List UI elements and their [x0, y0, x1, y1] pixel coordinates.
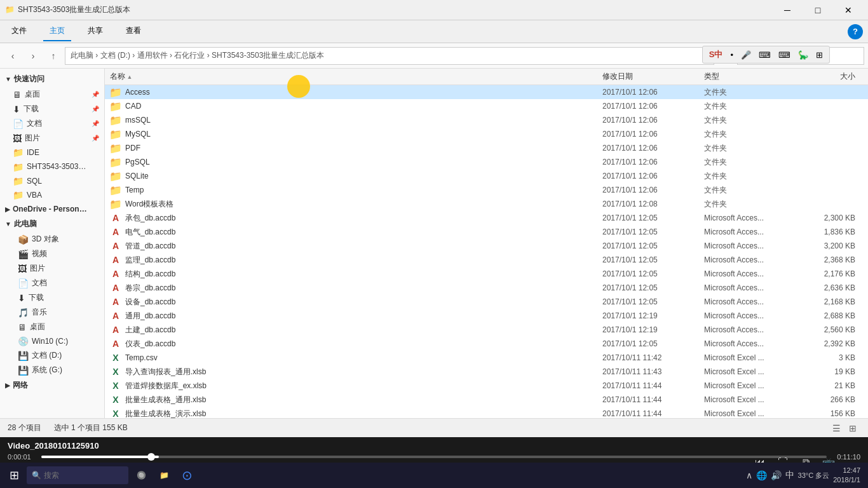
folder-icon: 📁 — [109, 86, 122, 98]
table-row[interactable]: X 批量生成表格_通用.xlsb 2017/10/11 11:44 Micros… — [105, 393, 868, 407]
table-row[interactable]: A 通用_db.accdb 2017/10/1 12:19 Microsoft … — [105, 309, 868, 323]
taskbar-search-box[interactable]: 🔍 — [27, 466, 128, 484]
weather-tray[interactable]: 33°C 多云 — [798, 471, 830, 480]
table-row[interactable]: A 承包_db.accdb 2017/10/1 12:05 Microsoft … — [105, 211, 868, 225]
network-tray-icon[interactable]: 🌐 — [756, 470, 767, 480]
ime-mic-btn[interactable]: 🎤 — [738, 49, 754, 61]
ime-tray-icon[interactable]: 中 — [785, 470, 794, 481]
ime-toolbar: S中 • 🎤 ⌨ ⌨ 🦕 ⊞ — [702, 46, 830, 64]
ribbon-tab-view[interactable]: 查看 — [119, 22, 147, 41]
ribbon-tab-file[interactable]: 文件 — [5, 22, 33, 41]
sidebar-drive-c[interactable]: 💿 Win10 (C:) — [0, 334, 104, 348]
sidebar-item-sht[interactable]: 📁 SHT3543-3503批... — [0, 159, 104, 174]
table-row[interactable]: A 仪表_db.accdb 2017/10/1 12:05 Microsoft … — [105, 337, 868, 351]
ime-dot-btn[interactable]: • — [728, 49, 736, 61]
file-size: 19 KB — [806, 367, 863, 376]
up-button[interactable]: ↑ — [44, 47, 62, 65]
progress-track[interactable] — [41, 456, 827, 458]
speaker-tray-icon[interactable]: 🔊 — [771, 470, 782, 480]
file-size: 2,688 KB — [806, 311, 863, 320]
table-row[interactable]: 📁 MySQL 2017/10/1 12:06 文件夹 — [105, 127, 868, 141]
table-row[interactable]: 📁 Temp 2017/10/1 12:06 文件夹 — [105, 183, 868, 197]
sidebar-drive-g[interactable]: 💾 系统 (G:) — [0, 363, 104, 377]
sidebar-item-sql[interactable]: 📁 SQL — [0, 174, 104, 188]
col-type-header[interactable]: 类型 — [704, 71, 806, 82]
sidebar-item-music[interactable]: 🎵 音乐 — [0, 305, 104, 320]
address-path[interactable]: 此电脑 › 文档 (D:) › 通用软件 › 石化行业 › SHT3543-35… — [65, 47, 714, 65]
table-row[interactable]: 📁 Access 2017/10/1 12:06 文件夹 — [105, 85, 868, 99]
sidebar-item-dl[interactable]: ⬇ 下载 — [0, 290, 104, 305]
sidebar-drive-d[interactable]: 💾 文档 (D:) — [0, 348, 104, 363]
onedrive-header[interactable]: ▶ OneDrive - Persona... — [0, 202, 104, 216]
file-type: 文件夹 — [704, 115, 806, 126]
sidebar-item-pictures[interactable]: 🖼 图片 📌 — [0, 131, 104, 146]
sidebar-item-pics[interactable]: 🖼 图片 — [0, 261, 104, 276]
ribbon-tab-home[interactable]: 主页 — [43, 22, 71, 41]
table-row[interactable]: A 电气_db.accdb 2017/10/1 12:05 Microsoft … — [105, 225, 868, 239]
ime-lang-btn[interactable]: S中 — [707, 48, 726, 62]
item-count: 28 个项目 — [8, 423, 41, 433]
col-size-header[interactable]: 大小 — [806, 71, 863, 82]
expand-tray-icon[interactable]: ∧ — [746, 470, 752, 480]
table-row[interactable]: A 管道_db.accdb 2017/10/1 12:05 Microsoft … — [105, 239, 868, 253]
file-name: PDF — [125, 144, 602, 152]
table-row[interactable]: A 监理_db.accdb 2017/10/1 12:05 Microsoft … — [105, 253, 868, 267]
col-date-header[interactable]: 修改日期 — [602, 71, 704, 82]
access-icon: A — [112, 255, 119, 265]
sidebar-item-ide[interactable]: 📁 IDE — [0, 146, 104, 159]
sidebar-item-vba[interactable]: 📁 VBA — [0, 188, 104, 202]
table-row[interactable]: A 结构_db.accdb 2017/10/1 12:05 Microsoft … — [105, 267, 868, 281]
ime-input-btn[interactable]: ⌨ — [776, 49, 793, 61]
col-name-header[interactable]: 名称 — [110, 71, 602, 82]
taskbar-tray: ∧ 🌐 🔊 中 33°C 多云 12:47 2018/1/1 — [742, 466, 864, 485]
table-row[interactable]: A 土建_db.accdb 2017/10/1 12:19 Microsoft … — [105, 323, 868, 337]
table-row[interactable]: 📁 CAD 2017/10/1 12:06 文件夹 — [105, 99, 868, 113]
table-row[interactable]: A 设备_db.accdb 2017/10/1 12:05 Microsoft … — [105, 295, 868, 309]
table-row[interactable]: X 批量生成表格_演示.xlsb 2017/10/11 11:44 Micros… — [105, 407, 868, 418]
clock-date: 2018/1/1 — [833, 475, 860, 485]
table-row[interactable]: 📁 PgSQL 2017/10/1 12:06 文件夹 — [105, 155, 868, 169]
grid-view-button[interactable]: ⊞ — [845, 421, 860, 436]
thispc-header[interactable]: ▼ 此电脑 — [0, 216, 104, 232]
taskbar-search-input[interactable] — [44, 471, 107, 480]
table-row[interactable]: 📁 SQLite 2017/10/1 12:06 文件夹 — [105, 169, 868, 183]
sidebar-item-docs[interactable]: 📄 文档 📌 — [0, 116, 104, 131]
list-view-button[interactable]: ☰ — [829, 421, 844, 436]
forward-button[interactable]: › — [24, 47, 42, 65]
table-row[interactable]: 📁 msSQL 2017/10/1 12:06 文件夹 — [105, 113, 868, 127]
sidebar-item-video[interactable]: 🎬 视频 — [0, 247, 104, 261]
help-button[interactable]: ? — [848, 24, 863, 39]
table-row[interactable]: X Temp.csv 2017/10/11 11:42 Microsoft Ex… — [105, 351, 868, 365]
progress-fill — [41, 456, 159, 458]
tray-clock[interactable]: 12:47 2018/1/1 — [833, 466, 860, 485]
table-row[interactable]: X 导入查询报表_通用.xlsb 2017/10/11 11:43 Micros… — [105, 365, 868, 379]
sidebar-item-desk[interactable]: 🖥 桌面 — [0, 320, 104, 334]
table-row[interactable]: 📁 Word模板表格 2017/10/1 12:08 文件夹 — [105, 197, 868, 211]
network-header[interactable]: ▶ 网络 — [0, 377, 104, 393]
file-name: 承包_db.accdb — [125, 213, 602, 224]
folder-icon: 📁 — [109, 156, 122, 168]
ime-emoji-btn[interactable]: 🦕 — [796, 49, 811, 61]
table-row[interactable]: 📁 PDF 2017/10/1 12:06 文件夹 — [105, 141, 868, 155]
sidebar-item-documents[interactable]: 📄 文档 — [0, 276, 104, 290]
access-icon: A — [112, 297, 119, 307]
minimize-button[interactable]: ─ — [773, 0, 802, 20]
taskbar-explorer[interactable]: 📁 — [154, 465, 174, 485]
sidebar-item-desktop[interactable]: 🖥 桌面 📌 — [0, 87, 104, 102]
sidebar-item-3d[interactable]: 📦 3D 对象 — [0, 232, 104, 247]
back-button[interactable]: ‹ — [4, 47, 22, 65]
table-row[interactable]: A 卷宗_db.accdb 2017/10/1 12:05 Microsoft … — [105, 281, 868, 295]
quick-access-header[interactable]: ▼ 快速访问 — [0, 71, 104, 87]
file-list[interactable]: 名称 修改日期 类型 大小 📁 Access 2017/10/1 12:06 文… — [105, 69, 868, 418]
taskbar-cortana[interactable]: 🔘 — [131, 465, 151, 485]
close-button[interactable]: ✕ — [834, 0, 863, 20]
ribbon-tab-share[interactable]: 共享 — [81, 22, 109, 41]
start-button[interactable]: ⊞ — [4, 465, 24, 485]
chevron-icon: ▼ — [5, 220, 11, 227]
taskbar-chrome[interactable]: ⊙ — [177, 465, 197, 485]
ime-grid-btn[interactable]: ⊞ — [813, 49, 825, 61]
sidebar-item-downloads[interactable]: ⬇ 下载 📌 — [0, 102, 104, 116]
maximize-button[interactable]: □ — [803, 0, 832, 20]
ime-keyboard-btn[interactable]: ⌨ — [756, 49, 773, 61]
table-row[interactable]: X 管道焊接数据库_ex.xlsb 2017/10/11 11:44 Micro… — [105, 379, 868, 393]
